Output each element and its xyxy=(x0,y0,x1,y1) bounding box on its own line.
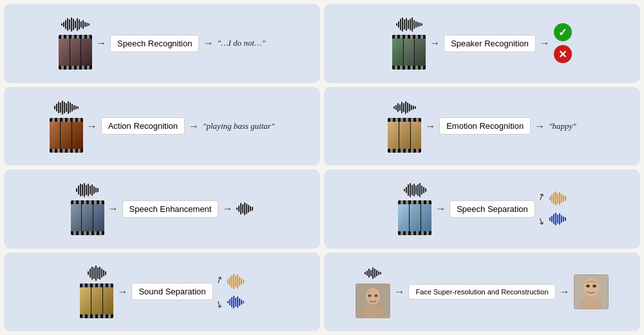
svg-point-6 xyxy=(583,278,599,296)
task-box-spkr: Speaker Recognition xyxy=(444,35,536,52)
waveform-snd xyxy=(88,265,106,281)
cell-face-superresolution: → Face Super-resolution and Reconstructi… xyxy=(324,253,640,332)
film-strip-er xyxy=(388,118,421,153)
check-x-col: ✓ ✕ xyxy=(554,23,572,63)
arrow-in-er: → xyxy=(425,120,435,132)
task-label-ar: Action Recognition xyxy=(108,121,178,131)
svg-point-9 xyxy=(592,285,596,287)
film-strip-snd xyxy=(80,283,113,318)
x-icon: ✕ xyxy=(554,45,572,63)
output-waveforms-snd xyxy=(227,274,244,310)
input-waveforms-ar xyxy=(50,100,83,153)
arrow-out-spkr: → xyxy=(540,37,550,49)
arrow-out-sr: → xyxy=(203,37,213,49)
cell-speech-recognition: → Speech Recognition → "…I do not…" xyxy=(4,4,320,83)
arrow-in-sr: → xyxy=(96,37,106,49)
svg-point-3 xyxy=(368,294,372,297)
cell-emotion-recognition: → Emotion Recognition → "happy" xyxy=(324,87,640,166)
arrow-out-fsr: → xyxy=(560,286,570,298)
cell-sound-separation: → Sound Separation ↗ ↘ xyxy=(4,253,320,332)
diag-arrows-snd: ↗ ↘ xyxy=(216,276,223,308)
output-waveform-ss-orange xyxy=(549,191,566,206)
waveform-er xyxy=(393,100,416,115)
arrow-in-spkr: → xyxy=(430,37,440,49)
task-box-ss: Speech Separation xyxy=(450,200,535,218)
svg-point-4 xyxy=(375,294,378,297)
input-waveforms-er xyxy=(388,100,421,153)
task-box-er: Emotion Recognition xyxy=(439,117,531,135)
film-strip-sr xyxy=(59,35,92,70)
svg-point-8 xyxy=(586,285,590,287)
task-label-spkr: Speaker Recognition xyxy=(451,39,529,48)
portrait-output-fsr xyxy=(574,274,609,309)
cell-speech-enhancement: → Speech Enhancement → xyxy=(4,169,320,249)
arrow-in-ss: → xyxy=(435,203,446,215)
film-strip-ar xyxy=(50,118,83,153)
waveform-fsr xyxy=(365,265,381,281)
cell-action-recognition: → Action Recognition → "playing bass gui… xyxy=(4,87,320,166)
output-sr: "…I do not…" xyxy=(217,38,265,48)
waveform-ss xyxy=(404,182,426,198)
task-label-se: Speech Enhancement xyxy=(129,204,212,214)
diag-arrow-up-snd: ↗ xyxy=(213,273,225,285)
cell-speech-separation: → Speech Separation ↗ ↘ xyxy=(324,169,640,249)
task-box-sr: Speech Recognition xyxy=(110,35,199,52)
input-waveforms-sr xyxy=(59,17,92,70)
input-waveforms-snd xyxy=(80,265,113,318)
film-strip-se xyxy=(71,200,104,235)
input-waveforms-ss xyxy=(398,182,431,235)
task-label-snd: Sound Separation xyxy=(138,287,205,296)
portrait-input-fsr xyxy=(355,283,390,318)
waveform-se-top xyxy=(76,182,99,198)
diag-arrow-down-snd: ↘ xyxy=(213,298,225,311)
task-label-sr: Speech Recognition xyxy=(117,39,192,48)
task-box-snd: Sound Separation xyxy=(131,283,213,300)
check-icon: ✓ xyxy=(554,23,572,41)
task-box-se: Speech Enhancement xyxy=(122,200,219,218)
arrow-in-ar: → xyxy=(87,120,97,132)
output-waveforms-ss xyxy=(549,191,566,227)
waveform-top xyxy=(61,17,90,32)
diag-arrow-up-ss: ↗ xyxy=(535,190,547,203)
task-label-ss: Speech Separation xyxy=(457,204,528,214)
film-strip-spkr xyxy=(392,35,426,70)
waveform-spkr xyxy=(396,17,422,32)
input-waveforms-spkr xyxy=(392,17,426,70)
arrow-out-se: → xyxy=(222,203,232,215)
output-waveform-snd-orange xyxy=(227,274,244,289)
output-er: "happy" xyxy=(549,121,576,131)
task-box-fsr: Face Super-resolution and Reconstruction xyxy=(408,284,555,300)
arrow-in-snd: → xyxy=(117,286,128,298)
arrow-in-se: → xyxy=(108,203,118,215)
input-waveforms-fsr xyxy=(355,265,390,318)
output-waveform-snd-blue xyxy=(227,294,244,310)
waveform-ar xyxy=(54,100,79,115)
cell-speaker-recognition: → Speaker Recognition → ✓ ✕ xyxy=(324,4,640,83)
task-label-fsr: Face Super-resolution and Reconstruction xyxy=(415,288,548,296)
film-strip-ss xyxy=(398,200,431,235)
output-waveform-se xyxy=(236,201,253,216)
diag-arrow-down-ss: ↘ xyxy=(535,215,547,227)
arrow-out-er: → xyxy=(535,120,545,132)
arrow-in-fsr: → xyxy=(394,286,404,298)
output-ar: "playing bass guitar" xyxy=(203,121,274,131)
arrow-out-ar: → xyxy=(189,120,199,132)
task-box-ar: Action Recognition xyxy=(101,117,185,135)
main-grid: → Speech Recognition → "…I do not…" → Sp… xyxy=(0,0,644,335)
input-waveforms-se xyxy=(71,182,104,235)
diag-arrows-ss: ↗ ↘ xyxy=(538,193,545,225)
output-waveform-ss-blue xyxy=(549,211,566,227)
task-label-er: Emotion Recognition xyxy=(446,121,524,131)
